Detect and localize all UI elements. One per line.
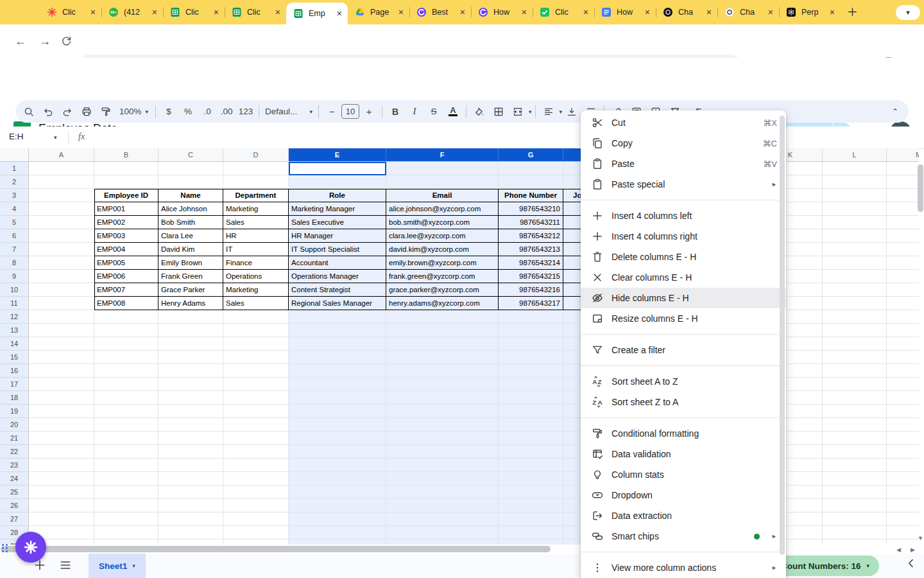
cell-D1[interactable] [223, 162, 289, 175]
cell-F24[interactable] [386, 472, 499, 486]
cell-C18[interactable] [158, 391, 223, 405]
cell-F27[interactable] [386, 512, 499, 526]
cell-M28[interactable] [887, 526, 919, 539]
borders-icon[interactable] [489, 103, 508, 121]
cell-E23[interactable] [289, 459, 386, 472]
merge-caret-icon[interactable]: ▾ [529, 109, 532, 115]
format-percent-button[interactable]: % [178, 103, 198, 121]
cell-E13[interactable] [289, 324, 386, 337]
scroll-left-icon[interactable]: ◀ [896, 547, 901, 553]
row-header-12[interactable]: 12 [0, 310, 29, 324]
cell-M19[interactable] [887, 405, 919, 418]
cell-B16[interactable] [94, 364, 158, 378]
cell-A1[interactable] [29, 162, 94, 175]
cell-A6[interactable] [29, 229, 94, 243]
cell-B15[interactable] [94, 351, 158, 364]
cell-B2[interactable] [94, 175, 158, 189]
cell-D5[interactable]: Sales [223, 216, 289, 229]
cell-F14[interactable] [386, 337, 499, 351]
cell-M17[interactable] [887, 378, 919, 391]
cell-F19[interactable] [386, 405, 499, 418]
cell-E15[interactable] [289, 351, 386, 364]
menu-item[interactable]: Cut⌘X [581, 112, 786, 133]
browser-tab[interactable]: How× [471, 0, 533, 24]
cell-B7[interactable]: EMP004 [94, 243, 158, 256]
cell-C27[interactable] [158, 512, 223, 526]
cell-M10[interactable] [887, 283, 919, 297]
forward-icon[interactable]: → [39, 35, 51, 48]
menu-item[interactable]: Paste special► [581, 174, 786, 195]
cell-A17[interactable] [29, 378, 94, 391]
cell-B27[interactable] [94, 512, 158, 526]
cell-A4[interactable] [29, 202, 94, 216]
paint-format-icon[interactable] [96, 103, 116, 121]
cell-G29[interactable] [499, 539, 563, 545]
menu-item[interactable]: Insert 4 columns right [581, 226, 786, 247]
menu-item[interactable]: Hide columns E - H [581, 288, 786, 308]
cell-M5[interactable] [887, 216, 919, 229]
cell-G18[interactable] [499, 391, 563, 405]
cell-E29[interactable] [289, 539, 386, 545]
row-header-22[interactable]: 22 [0, 445, 29, 459]
cell-A3[interactable] [29, 189, 94, 202]
cell-M25[interactable] [887, 486, 919, 499]
cell-B1[interactable] [94, 162, 158, 175]
cell-A24[interactable] [29, 472, 94, 486]
cell-L9[interactable] [823, 270, 887, 283]
cell-A9[interactable] [29, 270, 94, 283]
cell-B25[interactable] [94, 486, 158, 499]
cell-F23[interactable] [386, 459, 499, 472]
tab-search-chevron[interactable]: ▾ [896, 5, 920, 20]
cell-C16[interactable] [158, 364, 223, 378]
cell-G12[interactable] [499, 310, 563, 324]
cell-E4[interactable]: Marketing Manager [289, 202, 386, 216]
collapse-toolbar-icon[interactable]: ⌃ [892, 107, 898, 116]
decrease-font-size-button[interactable]: − [322, 103, 341, 121]
cell-M1[interactable] [887, 162, 919, 175]
cell-G24[interactable] [499, 472, 563, 486]
menu-item[interactable]: ZASort sheet Z to A [581, 392, 786, 412]
cell-A10[interactable] [29, 283, 94, 297]
cell-A15[interactable] [29, 351, 94, 364]
count-summary-badge[interactable]: Count Numbers: 16 ▾ [771, 556, 879, 576]
row-header-16[interactable]: 16 [0, 364, 29, 378]
cell-E27[interactable] [289, 512, 386, 526]
column-header-D[interactable]: D [223, 148, 289, 162]
cell-D28[interactable] [223, 526, 289, 539]
cell-A13[interactable] [29, 324, 94, 337]
cell-G14[interactable] [499, 337, 563, 351]
cell-M18[interactable] [887, 391, 919, 405]
cell-L8[interactable] [823, 256, 887, 270]
cell-F7[interactable]: david.kim@xyzcorp.com [386, 243, 499, 256]
cell-C5[interactable]: Bob Smith [158, 216, 223, 229]
column-header-E[interactable]: E [289, 148, 386, 162]
cell-G19[interactable] [499, 405, 563, 418]
cell-B29[interactable] [94, 539, 158, 545]
cell-B20[interactable] [94, 418, 158, 432]
cell-L16[interactable] [823, 364, 887, 378]
cell-M4[interactable] [887, 202, 919, 216]
cell-C25[interactable] [158, 486, 223, 499]
row-header-13[interactable]: 13 [0, 324, 29, 337]
cell-L20[interactable] [823, 418, 887, 432]
row-header-25[interactable]: 25 [0, 486, 29, 499]
browser-tab[interactable]: Clic× [40, 0, 101, 24]
cell-L18[interactable] [823, 391, 887, 405]
cell-G21[interactable] [499, 432, 563, 445]
cell-M22[interactable] [887, 445, 919, 459]
cell-G7[interactable]: 9876543213 [499, 243, 563, 256]
cell-B14[interactable] [94, 337, 158, 351]
cell-A21[interactable] [29, 432, 94, 445]
cell-L29[interactable] [823, 539, 887, 545]
cell-F11[interactable]: henry.adams@xyzcorp.com [386, 297, 499, 310]
row-header-7[interactable]: 7 [0, 243, 29, 256]
row-header-17[interactable]: 17 [0, 378, 29, 391]
cell-E8[interactable]: Accountant [289, 256, 386, 270]
menu-item[interactable]: Paste⌘V [581, 153, 786, 174]
cell-F18[interactable] [386, 391, 499, 405]
sheet-tab-caret-icon[interactable]: ▾ [132, 563, 135, 569]
cell-F28[interactable] [386, 526, 499, 539]
column-header-F[interactable]: F [386, 148, 499, 162]
cell-B9[interactable]: EMP006 [94, 270, 158, 283]
extension-drag-handle[interactable] [1, 541, 9, 554]
